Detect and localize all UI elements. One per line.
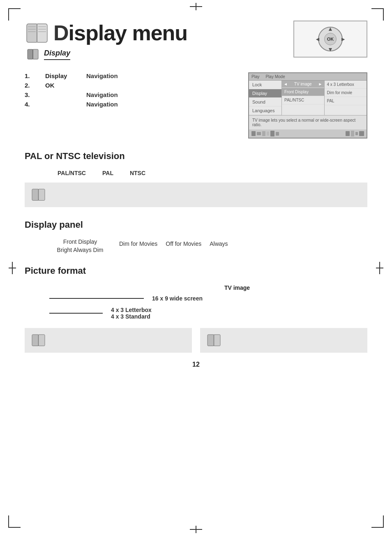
step-item-1: 1. Display Navigation xyxy=(25,72,240,79)
page-subtitle: Display xyxy=(44,49,70,60)
crosshair-bottom xyxy=(190,529,202,530)
step-item-2: 2. OK xyxy=(25,82,240,89)
front-display-col: Front Display Bright Always Dim xyxy=(49,238,111,253)
step-2-key: OK xyxy=(45,82,78,89)
book-icon-large xyxy=(25,22,49,44)
corner-mark-tr xyxy=(371,8,384,21)
page-number: 12 xyxy=(25,361,367,368)
nav-arrow-left-icon: ◄ xyxy=(315,36,321,42)
step-1-key: Display xyxy=(45,72,78,79)
header-section: Display menu Display ◄ ► ▲ xyxy=(25,21,367,60)
letterbox-labels: 4 x 3 Letterbox 4 x 3 Standard xyxy=(111,307,152,320)
menu-left-lock: Lock xyxy=(249,81,281,89)
note-box-right xyxy=(200,328,367,353)
menu-left-col: Lock Display Sound Languages xyxy=(249,81,282,115)
nav-arrow-up-icon: ▲ xyxy=(327,25,333,32)
menu-left-display: Display xyxy=(249,89,281,98)
step-4-action: Navigation xyxy=(86,101,118,108)
menu-mid-col: ◄ TV image ► Front Display PAL/NTSC xyxy=(282,81,325,115)
menu-screenshot: Play Play Mode Lock Display Sound Langua… xyxy=(248,72,367,139)
title-area: Display menu Display xyxy=(25,21,187,60)
ok-button-diagram: ◄ ► ▲ ▼ OK xyxy=(314,25,347,53)
menu-bottom-bar xyxy=(249,129,367,138)
steps-menu-section: 1. Display Navigation 2. OK 3. Navigatio… xyxy=(25,72,367,139)
wide-screen-label: 16 x 9 wide screen xyxy=(152,295,203,302)
step-item-4: 4. Navigation xyxy=(25,101,240,108)
step-2-number: 2. xyxy=(25,82,37,89)
menu-header-bar: Play Play Mode xyxy=(249,73,367,81)
step-4-number: 4. xyxy=(25,101,37,108)
menu-left-sound: Sound xyxy=(249,98,281,106)
step-item-3: 3. Navigation xyxy=(25,91,240,98)
front-display-label: Front Display xyxy=(63,238,97,245)
note-boxes-row xyxy=(25,328,367,353)
nav-arrow-down-icon: ▼ xyxy=(327,46,333,53)
note-book-icon-right xyxy=(207,334,221,347)
crosshair-mid-left xyxy=(6,268,18,268)
pal-ntsc-row: PAL/NTSC PAL NTSC xyxy=(58,170,367,176)
letterbox-label: 4 x 3 Letterbox xyxy=(111,307,152,313)
menu-mid-frontdisplay: Front Display xyxy=(282,88,324,96)
page-title: Display menu xyxy=(53,21,187,45)
standard-label: 4 x 3 Standard xyxy=(111,313,152,320)
step-1-number: 1. xyxy=(25,72,37,79)
menu-header-play: Play xyxy=(251,74,259,79)
ok-circle-inner: OK xyxy=(324,33,337,45)
always-label: Always xyxy=(210,240,228,247)
title-rest: isplay menu xyxy=(69,21,188,45)
step-3-action: Navigation xyxy=(86,91,118,98)
letterbox-row: 4 x 3 Letterbox 4 x 3 Standard xyxy=(49,307,367,320)
corner-mark-br xyxy=(371,515,384,528)
ntsc-label: NTSC xyxy=(130,170,145,176)
pal-ntsc-heading: PAL or NTSC television xyxy=(25,151,367,162)
nav-arrow-right-icon: ► xyxy=(340,36,346,42)
menu-right-col: ◄ TV image ► Front Display PAL/NTSC 4 x … xyxy=(282,81,367,115)
steps-list: 1. Display Navigation 2. OK 3. Navigatio… xyxy=(25,72,240,110)
menu-right-letterbox: 4 x 3 Letterbox xyxy=(325,81,367,89)
note-book-icon-left xyxy=(31,334,46,347)
note-book-icon-pal xyxy=(31,188,46,201)
wide-screen-line xyxy=(49,298,144,299)
off-for-movies-label: Off for Movies xyxy=(166,240,201,247)
menu-right-pal: PAL xyxy=(325,97,367,105)
menu-nav-left: ◄ xyxy=(284,82,288,86)
note-box-left xyxy=(25,328,192,353)
corner-mark-bl xyxy=(8,515,21,528)
display-menu-title: Display menu xyxy=(25,21,187,45)
menu-tvimage: TV image xyxy=(288,82,318,86)
small-book-icon xyxy=(27,49,40,60)
corner-mark-tl xyxy=(8,8,21,21)
display-panel-heading: Display panel xyxy=(25,219,367,230)
menu-right-sub: 4 x 3 Letterbox Dim for movie PAL xyxy=(325,81,367,115)
wide-screen-row: 16 x 9 wide screen xyxy=(49,295,367,302)
menu-left-languages: Languages xyxy=(249,106,281,115)
picture-format-heading: Picture format xyxy=(25,266,367,276)
tv-image-label: TV image xyxy=(107,284,367,291)
pal-label: PAL xyxy=(102,170,113,176)
menu-nav-right: ► xyxy=(318,82,323,86)
step-3-number: 3. xyxy=(25,91,37,98)
crosshair-top xyxy=(190,6,202,7)
menu-right-dimformovie: Dim for movie xyxy=(325,89,367,97)
step-1-action: Navigation xyxy=(86,72,118,79)
display-panel-row: Front Display Bright Always Dim Dim for … xyxy=(49,238,367,253)
pal-ntsc-label: PAL/NTSC xyxy=(58,170,86,176)
menu-mid-palntsc: PAL/NTSC xyxy=(282,96,324,104)
bright-always-dim-label: Bright Always Dim xyxy=(57,247,104,253)
title-d: D xyxy=(53,21,69,45)
crosshair-mid-right xyxy=(374,268,386,268)
menu-header-playmode: Play Mode xyxy=(265,74,285,79)
note-box-pal xyxy=(25,183,367,207)
letterbox-line xyxy=(49,313,103,314)
menu-description: TV image lets you select a normal or wid… xyxy=(249,115,367,129)
remote-box: ◄ ► ▲ ▼ OK xyxy=(293,21,367,58)
dim-options-col: Dim for Movies Off for Movies Always xyxy=(119,240,228,247)
menu-body: Lock Display Sound Languages ◄ TV image … xyxy=(249,81,367,115)
dim-for-movies-label: Dim for Movies xyxy=(119,240,157,247)
